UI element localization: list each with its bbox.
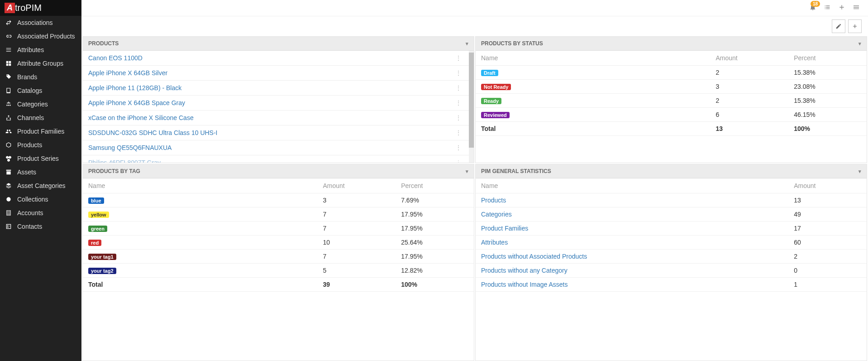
kebab-icon[interactable]: ⋮ — [453, 129, 463, 136]
scrollbar-thumb[interactable] — [469, 53, 474, 148]
sidebar-item-assets[interactable]: Assets — [0, 165, 81, 179]
table-row: Products without any Category 0 — [476, 264, 867, 278]
sidebar-item-label: Associated Products — [17, 33, 75, 40]
tag-badge: your tag2 — [88, 268, 116, 274]
table-row: Products 13 — [476, 193, 867, 207]
col-name: Name — [83, 178, 317, 193]
sidebar-item-channels[interactable]: Channels — [0, 111, 81, 125]
plus-icon[interactable] — [835, 2, 849, 14]
kebab-icon[interactable]: ⋮ — [453, 159, 463, 163]
add-button[interactable] — [848, 19, 862, 33]
table-row: Attributes 60 — [476, 236, 867, 250]
product-row: Philips 46PFL8007T Gray⋮ — [83, 155, 469, 163]
col-percent: Percent — [396, 178, 474, 193]
edit-button[interactable] — [832, 19, 845, 33]
panel-menu-icon[interactable]: ▾ — [858, 41, 861, 47]
table-row: green 7 17.95% — [83, 221, 474, 236]
percent-cell: 23.08% — [788, 80, 867, 94]
amount-cell: 7 — [317, 250, 396, 264]
archive-icon — [5, 169, 13, 175]
product-row: Apple iPhone X 64GB Silver⋮ — [83, 66, 469, 81]
col-name: Name — [476, 178, 788, 193]
stat-link[interactable]: Attributes — [481, 239, 508, 246]
panel-title: PRODUCTS — [88, 40, 119, 47]
scrollbar[interactable] — [469, 51, 474, 163]
percent-cell: 17.95% — [396, 250, 474, 264]
sidebar-item-accounts[interactable]: Accounts — [0, 206, 81, 220]
sidebar-item-associated-products[interactable]: Associated Products — [0, 29, 81, 43]
panel-menu-icon[interactable]: ▾ — [466, 41, 468, 47]
link-icon — [5, 33, 13, 39]
stat-link[interactable]: Products — [481, 197, 506, 204]
panel-menu-icon[interactable]: ▾ — [858, 168, 861, 174]
amount-cell: 10 — [317, 236, 396, 250]
general-statistics-panel: PIM GENERAL STATISTICS ▾ Name Amount Pro… — [475, 164, 867, 361]
stat-link[interactable]: Products without Associated Products — [481, 253, 587, 260]
address-icon — [5, 223, 13, 230]
stat-link[interactable]: Products without Image Assets — [481, 281, 568, 288]
list-icon[interactable] — [820, 2, 835, 14]
stat-link[interactable]: Products without any Category — [481, 267, 568, 274]
tag-badge: yellow — [88, 212, 109, 218]
kebab-icon[interactable]: ⋮ — [453, 144, 463, 151]
book-icon — [5, 87, 13, 94]
sidebar-item-collections[interactable]: Collections — [0, 193, 81, 206]
sidebar-item-label: Attribute Groups — [17, 60, 63, 67]
sidebar-item-product-series[interactable]: Product Series — [0, 152, 81, 165]
table-row: Categories 49 — [476, 207, 867, 221]
sidebar-item-product-families[interactable]: Product Families — [0, 125, 81, 138]
product-link[interactable]: Philips 46PFL8007T Gray — [88, 159, 161, 163]
product-link[interactable]: xCase on the iPhone X Silicone Case — [88, 114, 194, 121]
panel-title: PRODUCTS BY STATUS — [481, 40, 543, 47]
products-list: Canon EOS 1100D⋮Apple iPhone X 64GB Silv… — [83, 51, 469, 163]
amount-cell: 13 — [788, 193, 867, 207]
sidebar-item-associations[interactable]: Associations — [0, 16, 81, 29]
stat-link[interactable]: Categories — [481, 211, 512, 218]
amount-cell: 17 — [788, 221, 867, 236]
amount-cell: 49 — [788, 207, 867, 221]
logo-text: troPIM — [15, 3, 42, 13]
kebab-icon[interactable]: ⋮ — [453, 69, 463, 77]
table-row: red 10 25.64% — [83, 236, 474, 250]
sidebar-item-products[interactable]: Products — [0, 138, 81, 152]
amount-cell: 7 — [317, 221, 396, 236]
sidebar-item-attributes[interactable]: Attributes — [0, 43, 81, 57]
percent-cell: 17.95% — [396, 207, 474, 221]
nav-list: AssociationsAssociated ProductsAttribute… — [0, 16, 81, 233]
menu-icon[interactable] — [849, 2, 863, 14]
total-label: Total — [83, 278, 317, 292]
sitemap-icon — [5, 101, 13, 107]
tag-badge: blue — [88, 197, 104, 204]
sidebar-item-categories[interactable]: Categories — [0, 97, 81, 111]
product-link[interactable]: Samsung QE55Q6FNAUXUA — [88, 144, 172, 151]
status-badge: Reviewed — [481, 112, 510, 118]
product-link[interactable]: Apple iPhone X 64GB Space Gray — [88, 99, 185, 106]
amount-cell: 2 — [710, 66, 788, 80]
sidebar-item-label: Accounts — [17, 209, 43, 217]
product-link[interactable]: Canon EOS 1100D — [88, 54, 143, 62]
product-link[interactable]: Apple iPhone 11 (128GB) - Black — [88, 84, 181, 91]
sidebar-item-attribute-groups[interactable]: Attribute Groups — [0, 57, 81, 70]
kebab-icon[interactable]: ⋮ — [453, 99, 463, 106]
sidebar-item-asset-categories[interactable]: Asset Categories — [0, 179, 81, 193]
sidebar-item-label: Assets — [17, 168, 36, 176]
amount-cell: 0 — [788, 264, 867, 278]
sidebar-item-contacts[interactable]: Contacts — [0, 220, 81, 233]
kebab-icon[interactable]: ⋮ — [453, 84, 463, 91]
product-row: Apple iPhone 11 (128GB) - Black⋮ — [83, 81, 469, 96]
kebab-icon[interactable]: ⋮ — [453, 114, 463, 121]
circle-icon — [5, 196, 13, 202]
sidebar-item-brands[interactable]: Brands — [0, 70, 81, 84]
panel-menu-icon[interactable]: ▾ — [466, 168, 468, 174]
status-badge: Ready — [481, 98, 501, 104]
sidebar-item-catalogs[interactable]: Catalogs — [0, 84, 81, 97]
notifications-icon[interactable]: 18 — [806, 2, 820, 14]
kebab-icon[interactable]: ⋮ — [453, 54, 463, 62]
product-link[interactable]: SDSDUNC-032G SDHC Ultra Class 10 UHS-I — [88, 129, 218, 136]
logo[interactable]: AtroPIM — [0, 0, 81, 16]
col-amount: Amount — [317, 178, 396, 193]
list-icon — [5, 47, 13, 53]
product-link[interactable]: Apple iPhone X 64GB Silver — [88, 69, 167, 77]
col-percent: Percent — [788, 51, 867, 66]
stat-link[interactable]: Product Families — [481, 225, 528, 232]
